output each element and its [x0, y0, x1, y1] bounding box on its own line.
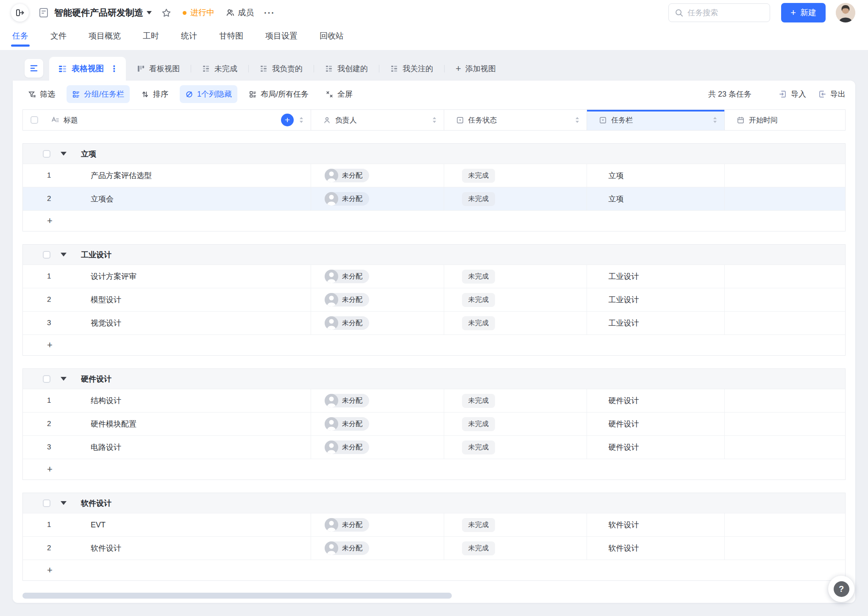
- group-header[interactable]: 硬件设计: [23, 369, 845, 389]
- task-title[interactable]: EVT: [91, 521, 106, 530]
- start-time-cell[interactable]: [724, 537, 845, 560]
- view-tab-table-active[interactable]: 表格视图 ⋮: [49, 57, 126, 81]
- section-cell[interactable]: 硬件设计: [587, 436, 724, 459]
- view-tab-created-by-me[interactable]: 我创建的: [314, 64, 379, 74]
- view-tab-assigned-to-me[interactable]: 我负责的: [249, 64, 314, 74]
- collapse-caret-icon[interactable]: [61, 152, 67, 156]
- group-header[interactable]: 工业设计: [23, 245, 845, 265]
- assignee-pill[interactable]: 未分配: [325, 518, 369, 532]
- import-button[interactable]: 导入: [779, 89, 806, 99]
- add-task-row-button[interactable]: +: [23, 210, 845, 231]
- table-row[interactable]: 3电路设计 未分配 未完成 硬件设计: [23, 435, 845, 459]
- members-button[interactable]: 成员: [225, 7, 254, 18]
- assignee-pill[interactable]: 未分配: [325, 417, 369, 431]
- layout-button[interactable]: 布局/所有任务: [243, 85, 314, 103]
- tab-overview[interactable]: 项目概览: [88, 27, 122, 47]
- status-badge[interactable]: 未完成: [462, 270, 495, 284]
- assignee-pill[interactable]: 未分配: [325, 316, 369, 330]
- section-cell[interactable]: 硬件设计: [587, 413, 724, 435]
- table-row-selected[interactable]: 2立项会 未分配 未完成 立项: [23, 187, 845, 210]
- start-time-cell[interactable]: [724, 288, 845, 311]
- table-row[interactable]: 1设计方案评审 未分配 未完成 工业设计: [23, 265, 845, 288]
- status-badge[interactable]: 未完成: [462, 316, 495, 330]
- new-task-button[interactable]: + 新建: [781, 3, 826, 22]
- tab-tasks[interactable]: 任务: [11, 27, 29, 47]
- group-checkbox[interactable]: [43, 375, 50, 383]
- more-actions-button[interactable]: ···: [264, 8, 275, 18]
- table-row[interactable]: 1EVT 未分配 未完成 软件设计: [23, 513, 845, 536]
- table-row[interactable]: 2硬件模块配置 未分配 未完成 硬件设计: [23, 412, 845, 435]
- section-cell[interactable]: 工业设计: [587, 288, 724, 311]
- table-row[interactable]: 1产品方案评估选型 未分配 未完成 立项: [23, 164, 845, 187]
- column-header-section-selected[interactable]: 任务栏: [587, 110, 724, 130]
- section-cell[interactable]: 软件设计: [587, 513, 724, 536]
- start-time-cell[interactable]: [724, 436, 845, 459]
- section-cell[interactable]: 工业设计: [587, 265, 724, 288]
- view-tab-kanban[interactable]: 看板视图: [126, 64, 191, 74]
- start-time-cell[interactable]: [724, 513, 845, 536]
- collapse-caret-icon[interactable]: [61, 501, 67, 505]
- assignee-pill[interactable]: 未分配: [325, 192, 369, 206]
- sort-toggle-icon[interactable]: [432, 117, 437, 123]
- view-list-toggle-button[interactable]: [25, 59, 43, 78]
- help-button[interactable]: ?: [828, 576, 854, 602]
- sort-toggle-icon[interactable]: [575, 117, 580, 123]
- status-badge[interactable]: 未完成: [462, 518, 495, 532]
- view-tab-incomplete[interactable]: 未完成: [191, 64, 248, 74]
- start-time-cell[interactable]: [724, 413, 845, 435]
- task-title[interactable]: 模型设计: [91, 295, 121, 305]
- tab-worktime[interactable]: 工时: [142, 27, 160, 47]
- table-row[interactable]: 3视觉设计 未分配 未完成 工业设计: [23, 311, 845, 334]
- tab-statistics[interactable]: 统计: [180, 27, 198, 47]
- tab-gantt[interactable]: 甘特图: [218, 27, 244, 47]
- add-view-button[interactable]: + 添加视图: [445, 63, 507, 74]
- table-row[interactable]: 2软件设计 未分配 未完成 软件设计: [23, 536, 845, 560]
- select-all-checkbox[interactable]: [31, 116, 38, 124]
- assignee-pill[interactable]: 未分配: [325, 293, 369, 307]
- assignee-pill[interactable]: 未分配: [325, 394, 369, 407]
- tab-settings[interactable]: 项目设置: [264, 27, 298, 47]
- table-row[interactable]: 1结构设计 未分配 未完成 硬件设计: [23, 389, 845, 412]
- start-time-cell[interactable]: [724, 389, 845, 412]
- add-column-button[interactable]: +: [281, 114, 294, 126]
- column-header-title[interactable]: 标题 +: [23, 110, 311, 130]
- start-time-cell[interactable]: [724, 312, 845, 334]
- start-time-cell[interactable]: [724, 164, 845, 187]
- expand-sidebar-button[interactable]: [11, 4, 29, 22]
- user-avatar[interactable]: [836, 3, 855, 22]
- view-tab-menu-icon[interactable]: ⋮: [110, 67, 118, 71]
- export-button[interactable]: 导出: [818, 89, 846, 99]
- group-header[interactable]: 立项: [23, 144, 845, 164]
- status-badge[interactable]: 未完成: [462, 192, 495, 206]
- task-title[interactable]: 电路设计: [91, 442, 121, 452]
- status-badge[interactable]: 未完成: [462, 293, 495, 307]
- view-tab-followed-by-me[interactable]: 我关注的: [379, 64, 444, 74]
- assignee-pill[interactable]: 未分配: [325, 440, 369, 454]
- assignee-pill[interactable]: 未分配: [325, 541, 369, 555]
- sort-toggle-icon[interactable]: [299, 117, 304, 123]
- task-title[interactable]: 软件设计: [91, 543, 121, 553]
- assignee-pill[interactable]: 未分配: [325, 169, 369, 182]
- hidden-columns-button[interactable]: 1个列隐藏: [180, 85, 237, 103]
- status-badge[interactable]: 未完成: [462, 541, 495, 555]
- group-header[interactable]: 软件设计: [23, 493, 845, 513]
- group-checkbox[interactable]: [43, 150, 50, 158]
- status-badge[interactable]: 未完成: [462, 417, 495, 431]
- start-time-cell[interactable]: [724, 187, 845, 210]
- sort-button[interactable]: 排序: [136, 85, 174, 103]
- collapse-caret-icon[interactable]: [61, 253, 67, 256]
- horizontal-scrollbar[interactable]: [22, 593, 452, 599]
- status-badge[interactable]: 未完成: [462, 394, 495, 408]
- task-title[interactable]: 产品方案评估选型: [91, 170, 152, 181]
- column-header-start-time[interactable]: 开始时间: [724, 110, 845, 130]
- section-cell[interactable]: 硬件设计: [587, 389, 724, 412]
- section-cell[interactable]: 工业设计: [587, 312, 724, 334]
- task-title[interactable]: 设计方案评审: [91, 271, 136, 282]
- group-checkbox[interactable]: [43, 499, 50, 507]
- tab-recycle-bin[interactable]: 回收站: [319, 27, 345, 47]
- favorite-star-icon[interactable]: [161, 8, 172, 18]
- status-badge[interactable]: 未完成: [462, 169, 495, 183]
- assignee-pill[interactable]: 未分配: [325, 270, 369, 283]
- project-status[interactable]: 进行中: [183, 7, 214, 18]
- project-title-dropdown[interactable]: 智能硬件产品研发制造: [54, 7, 152, 19]
